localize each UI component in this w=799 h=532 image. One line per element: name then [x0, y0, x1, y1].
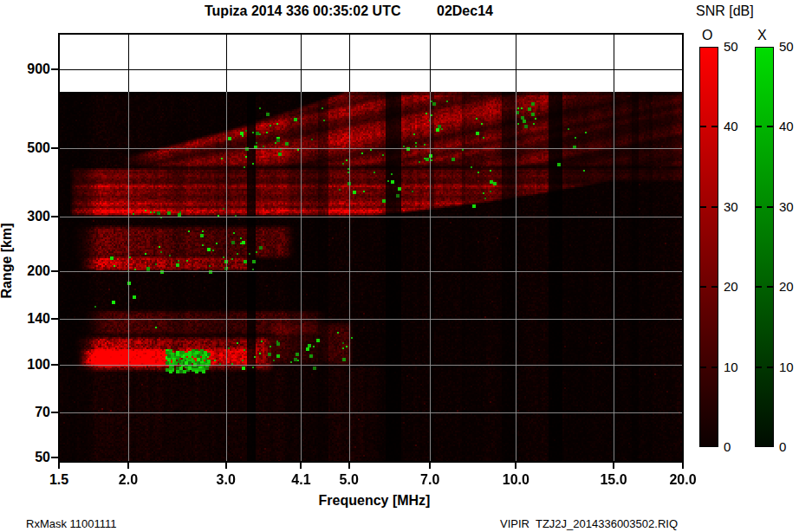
colorbar-title: SNR [dB]: [696, 3, 754, 19]
x-tick-label: 10.0: [497, 472, 535, 488]
page-title: Tupiza 2014 336 00:35:02 UTC: [205, 3, 400, 19]
colorbar-x-tick-dash: [756, 286, 773, 288]
y-tick-label: 70: [10, 405, 50, 420]
x-tick-mark: [300, 463, 302, 469]
y-tick-mark: [51, 270, 58, 272]
y-tick-mark: [51, 364, 58, 366]
colorbar-o-tick-dash: [700, 286, 718, 288]
colorbar-x-tick-label: 10: [779, 360, 794, 375]
colorbar-x-tick-label: 30: [779, 199, 794, 215]
y-tick-label: 300: [10, 209, 50, 224]
colorbar-x-mode-label: X: [757, 28, 767, 43]
colorbar-o-tick-label: 20: [724, 279, 738, 295]
colorbar-o-tick-label: 40: [724, 119, 738, 134]
x-axis-title: Frequency [MHz]: [305, 493, 444, 509]
x-tick-mark: [348, 463, 350, 469]
x-tick-mark: [127, 463, 129, 469]
x-tick-label: 5.0: [330, 472, 368, 488]
footer-filename: VIPIR TZJ2J_2014336003502.RIQ: [500, 517, 678, 530]
y-tick-mark: [51, 457, 58, 458]
colorbar-x-bar: [755, 47, 774, 447]
x-tick-label: 20.0: [664, 472, 702, 488]
ionogram-plot-canvas: [58, 33, 684, 464]
x-tick-mark: [515, 463, 516, 469]
y-tick-mark: [51, 147, 58, 149]
ionogram-figure: Tupiza 2014 336 00:35:02 UTC 02Dec14 SNR…: [0, 0, 799, 532]
x-tick-label: 2.0: [109, 472, 147, 488]
y-tick-label: 50: [10, 450, 50, 465]
y-tick-label: 500: [10, 140, 50, 156]
y-tick-mark: [51, 412, 58, 413]
y-tick-label: 100: [10, 357, 50, 373]
y-tick-mark: [51, 318, 58, 320]
colorbar-o-tick-label: 0: [724, 439, 731, 455]
y-tick-mark: [51, 68, 58, 70]
colorbar-o-tick-label: 50: [724, 39, 738, 55]
x-tick-mark: [429, 463, 431, 469]
colorbar-o-tick-dash: [700, 367, 718, 368]
colorbar-x-tick-dash: [756, 367, 773, 368]
x-tick-label: 3.0: [207, 472, 245, 488]
y-tick-mark: [51, 216, 58, 217]
y-tick-label: 140: [10, 311, 50, 327]
colorbar-o-tick-dash: [700, 206, 718, 208]
x-tick-label: 15.0: [594, 472, 633, 488]
y-tick-label: 900: [10, 62, 50, 77]
colorbar-o-tick-dash: [700, 126, 718, 127]
colorbar-o-tick-label: 10: [724, 360, 738, 375]
colorbar-o-tick-label: 30: [724, 199, 738, 215]
colorbar-o-bar: [699, 47, 718, 447]
x-tick-mark: [613, 463, 614, 469]
x-tick-label: 7.0: [411, 472, 449, 488]
y-axis-title: Range [km]: [0, 209, 15, 313]
colorbar-x-tick-label: 40: [779, 119, 794, 134]
footer-rxmask: RxMask 11001111: [26, 517, 117, 530]
y-tick-label: 200: [10, 263, 50, 279]
colorbar-o-mode-label: O: [702, 28, 712, 43]
colorbar-x-tick-label: 20: [779, 279, 794, 295]
x-tick-mark: [682, 463, 684, 469]
colorbar-x-tick-label: 50: [779, 39, 794, 55]
x-tick-label: 1.5: [40, 472, 78, 488]
colorbar-x-tick-dash: [756, 126, 773, 127]
page-date: 02Dec14: [437, 3, 493, 19]
x-tick-mark: [225, 463, 227, 469]
colorbar-x-tick-label: 0: [779, 439, 786, 455]
x-tick-mark: [58, 463, 60, 469]
x-tick-label: 4.1: [282, 472, 320, 488]
colorbar-x-tick-dash: [756, 206, 773, 208]
